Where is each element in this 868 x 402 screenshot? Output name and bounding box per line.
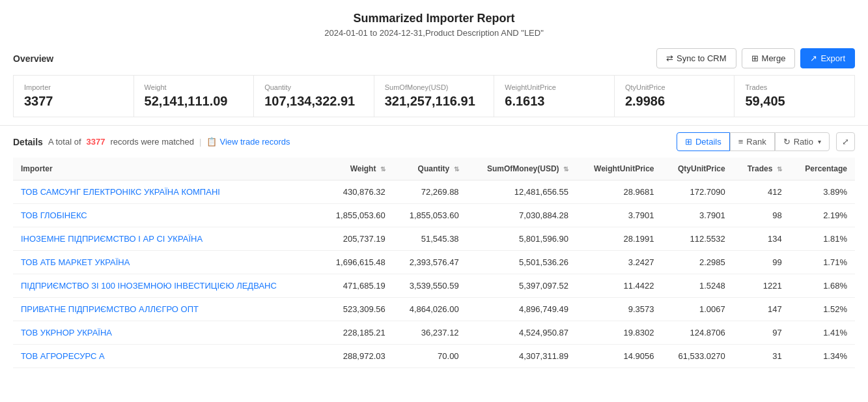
importer-name[interactable]: ТОВ УКРНОР УКРАЇНА <box>13 321 320 345</box>
trades-value: 1221 <box>733 274 790 298</box>
sum-value: 4,524,950.87 <box>467 321 576 345</box>
th-weight[interactable]: Weight ⇅ <box>320 158 393 180</box>
trades-value: 147 <box>733 298 790 321</box>
pct-value: 1.52% <box>790 298 855 321</box>
ratio-tab-icon: ↻ <box>783 137 791 147</box>
wup-value: 14.9056 <box>576 345 662 368</box>
trades-value: 412 <box>733 180 790 204</box>
table-row: ТОВ УКРНОР УКРАЇНА 228,185.21 36,237.12 … <box>13 321 855 345</box>
table-row: ТОВ САМСУНГ ЕЛЕКТРОНІКС УКРАЇНА КОМПАНІ … <box>13 180 855 204</box>
tab-group: ⊞ Details ≡ Rank ↻ Ratio ▾ <box>677 132 830 151</box>
stat-quantity: Quantity 107,134,322.91 <box>254 75 374 117</box>
qup-value: 1.0067 <box>662 298 733 321</box>
sum-value: 4,307,311.89 <box>467 345 576 368</box>
th-percentage[interactable]: Percentage <box>790 158 855 180</box>
th-wup[interactable]: WeightUnitPrice <box>576 158 662 180</box>
export-button[interactable]: ↗ Export <box>800 48 855 68</box>
stat-trades-label: Trades <box>745 83 844 91</box>
overview-label: Overview <box>13 53 53 64</box>
trades-value: 134 <box>733 227 790 251</box>
trades-value: 99 <box>733 251 790 274</box>
table-wrapper: Importer Weight ⇅ Quantity ⇅ SumOfMoney(… <box>0 158 868 368</box>
quantity-value: 70.00 <box>393 345 467 368</box>
data-table: Importer Weight ⇅ Quantity ⇅ SumOfMoney(… <box>13 158 855 368</box>
quantity-value: 4,864,026.00 <box>393 298 467 321</box>
stat-quantity-value: 107,134,322.91 <box>264 94 363 109</box>
sum-value: 5,501,536.26 <box>467 251 576 274</box>
importer-name[interactable]: ПІДПРИЄМСТВО ЗІ 100 ІНОЗЕМНОЮ ІНВЕСТИЦІЄ… <box>13 274 320 298</box>
table-row: ТОВ АТБ МАРКЕТ УКРАЇНА 1,696,615.48 2,39… <box>13 251 855 274</box>
details-bar: Details A total of 3377 records were mat… <box>0 126 868 158</box>
weight-value: 523,309.56 <box>320 298 393 321</box>
top-bar: Overview ⇄ Sync to CRM ⊞ Merge ↗ Export <box>0 43 868 75</box>
export-icon: ↗ <box>810 53 817 63</box>
sync-icon: ⇄ <box>666 53 673 63</box>
importer-name[interactable]: ТОВ АТБ МАРКЕТ УКРАЇНА <box>13 251 320 274</box>
wup-value: 9.3573 <box>576 298 662 321</box>
expand-button[interactable]: ⤢ <box>836 132 855 151</box>
weight-value: 1,696,615.48 <box>320 251 393 274</box>
sort-icon: ⇅ <box>563 165 568 173</box>
table-header-row: Importer Weight ⇅ Quantity ⇅ SumOfMoney(… <box>13 158 855 180</box>
stat-qup-label: QtyUnitPrice <box>625 83 724 91</box>
stat-importer: Importer 3377 <box>13 75 134 117</box>
details-label: Details <box>13 137 43 147</box>
sum-value: 4,896,749.49 <box>467 298 576 321</box>
th-quantity[interactable]: Quantity ⇅ <box>393 158 467 180</box>
qup-value: 112.5532 <box>662 227 733 251</box>
table-row: ТОВ АГРОРЕСУРС А 288,972.03 70.00 4,307,… <box>13 345 855 368</box>
sync-crm-button[interactable]: ⇄ Sync to CRM <box>656 48 736 68</box>
th-sum[interactable]: SumOfMoney(USD) ⇅ <box>467 158 576 180</box>
pct-value: 1.71% <box>790 251 855 274</box>
view-trade-records-link[interactable]: 📋 View trade records <box>206 137 290 147</box>
importer-name[interactable]: ТОВ ГЛОБІНЕКС <box>13 204 320 227</box>
qup-value: 61,533.0270 <box>662 345 733 368</box>
tab-rank[interactable]: ≡ Rank <box>730 132 775 151</box>
sum-value: 7,030,884.28 <box>467 204 576 227</box>
quantity-value: 51,545.38 <box>393 227 467 251</box>
details-total-suffix: records were matched <box>110 137 194 147</box>
stat-weight: Weight 52,141,111.09 <box>134 75 255 117</box>
importer-name[interactable]: ТОВ АГРОРЕСУРС А <box>13 345 320 368</box>
th-importer[interactable]: Importer <box>13 158 320 180</box>
top-actions: ⇄ Sync to CRM ⊞ Merge ↗ Export <box>656 48 855 68</box>
pct-value: 1.81% <box>790 227 855 251</box>
qup-value: 124.8706 <box>662 321 733 345</box>
weight-value: 288,972.03 <box>320 345 393 368</box>
view-icon: 📋 <box>206 137 217 147</box>
merge-icon: ⊞ <box>751 53 759 63</box>
details-right: ⊞ Details ≡ Rank ↻ Ratio ▾ ⤢ <box>677 132 855 151</box>
importer-name[interactable]: ТОВ САМСУНГ ЕЛЕКТРОНІКС УКРАЇНА КОМПАНІ <box>13 180 320 204</box>
details-left: Details A total of 3377 records were mat… <box>13 137 290 147</box>
importer-name[interactable]: ПРИВАТНЕ ПІДПРИЄМСТВО АЛЛЄГРО ОПТ <box>13 298 320 321</box>
qup-value: 172.7090 <box>662 180 733 204</box>
importer-name[interactable]: ІНОЗЕМНЕ ПІДПРИЄМСТВО І АР СІ УКРАЇНА <box>13 227 320 251</box>
quantity-value: 2,393,576.47 <box>393 251 467 274</box>
separator: | <box>199 137 201 147</box>
wup-value: 11.4422 <box>576 274 662 298</box>
wup-value: 28.1991 <box>576 227 662 251</box>
stat-weight-value: 52,141,111.09 <box>145 94 244 109</box>
qup-value: 3.7901 <box>662 204 733 227</box>
th-qup[interactable]: QtyUnitPrice <box>662 158 733 180</box>
tab-ratio[interactable]: ↻ Ratio ▾ <box>775 132 830 151</box>
weight-value: 430,876.32 <box>320 180 393 204</box>
sum-value: 5,397,097.52 <box>467 274 576 298</box>
sort-icon: ⇅ <box>454 165 459 173</box>
stat-weight-label: Weight <box>145 83 244 91</box>
merge-button[interactable]: ⊞ Merge <box>742 48 796 68</box>
qup-value: 2.2985 <box>662 251 733 274</box>
weight-value: 205,737.19 <box>320 227 393 251</box>
stat-quantity-label: Quantity <box>264 83 363 91</box>
stat-importer-label: Importer <box>24 83 123 91</box>
tab-details[interactable]: ⊞ Details <box>677 132 730 151</box>
stat-trades-value: 59,405 <box>745 94 844 109</box>
quantity-value: 72,269.88 <box>393 180 467 204</box>
stat-importer-value: 3377 <box>24 94 123 109</box>
pct-value: 1.34% <box>790 345 855 368</box>
stat-wup: WeightUnitPrice 6.1613 <box>494 75 615 117</box>
trades-value: 97 <box>733 321 790 345</box>
th-trades[interactable]: Trades ⇅ <box>733 158 790 180</box>
trades-value: 31 <box>733 345 790 368</box>
quantity-value: 3,539,550.59 <box>393 274 467 298</box>
